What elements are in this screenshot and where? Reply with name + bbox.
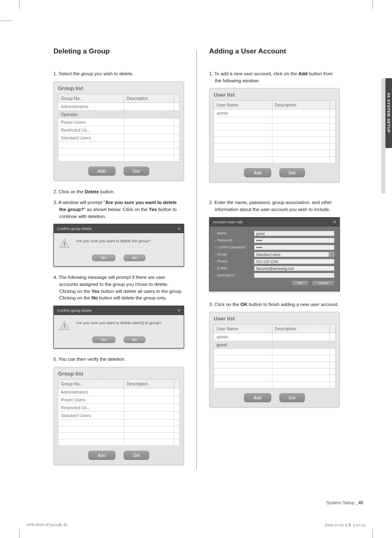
side-tab-bg xyxy=(381,78,385,193)
col-header: User Name xyxy=(214,325,272,333)
table-row[interactable]: admin xyxy=(214,109,335,117)
svg-rect-1 xyxy=(64,246,65,246)
panel-title: User list xyxy=(214,92,335,98)
chevron-down-icon[interactable]: ▾ xyxy=(329,252,334,257)
group-list-panel-after: Group list Group Na...Description Admini… xyxy=(53,367,184,465)
add-button[interactable]: Add xyxy=(244,168,271,177)
col-header xyxy=(330,101,335,109)
print-ts: 2008-07-03 오후 2:47:43 xyxy=(325,523,365,528)
table-row[interactable]: admin xyxy=(214,333,335,341)
del-button[interactable]: Del xyxy=(124,167,150,176)
heading-adding-user: Adding a User Account xyxy=(209,47,340,56)
bullet-icon: • xyxy=(214,246,215,249)
close-icon[interactable]: × xyxy=(178,308,180,313)
crop-mark xyxy=(372,0,373,9)
bullet-icon: • xyxy=(214,260,215,263)
form-row: •Phone011-123-1234 xyxy=(214,259,334,264)
form-row: •Description xyxy=(214,273,334,278)
crop-mark xyxy=(19,529,20,538)
dialog-message: Are you sure you want to delete the grou… xyxy=(76,238,151,243)
table-row xyxy=(214,375,335,382)
dialog-title-text: Confirm group delete xyxy=(57,227,92,231)
table-row xyxy=(214,369,335,375)
yes-button[interactable]: Yes xyxy=(92,336,115,343)
field-label: Password xyxy=(217,238,254,242)
table-row xyxy=(214,117,335,124)
svg-rect-0 xyxy=(64,242,65,245)
table-row[interactable]: Restricted Us... xyxy=(58,404,180,411)
table-row[interactable]: Power Users xyxy=(58,396,180,404)
del-button[interactable]: Del xyxy=(124,451,150,460)
side-tab-label: 05 SYSTEM SETUP xyxy=(385,78,392,148)
col-header: Group Na... xyxy=(58,379,124,388)
print-info: SPR-9816~9716.indb 45 2008-07-03 오후 2:47… xyxy=(27,523,365,528)
step: 3. Click on the OK button to finish addi… xyxy=(209,301,340,308)
close-icon[interactable]: × xyxy=(333,219,336,225)
cancel-button[interactable]: Cancel xyxy=(312,281,334,286)
bullet-icon: • xyxy=(214,274,215,277)
no-button[interactable]: No xyxy=(124,336,146,343)
add-button[interactable]: Add xyxy=(88,451,115,460)
text-input[interactable]: Security@samsung.com xyxy=(254,266,334,271)
field-label: Confirm password xyxy=(217,245,254,249)
bullet-icon: • xyxy=(214,267,215,270)
crop-mark xyxy=(372,529,373,538)
field-label: Group xyxy=(217,252,254,256)
text-input[interactable]: ••••• xyxy=(254,238,334,243)
col-header xyxy=(174,379,180,388)
warning-icon xyxy=(59,238,70,250)
table-row xyxy=(58,439,180,445)
table-row xyxy=(58,141,180,148)
field-label: Name xyxy=(217,231,254,235)
table-row xyxy=(214,130,335,137)
table-row xyxy=(214,124,335,130)
svg-rect-2 xyxy=(64,324,65,327)
ok-button[interactable]: OK xyxy=(292,281,309,286)
group-list-panel: Group list Group Na...Description Admini… xyxy=(53,81,184,181)
no-button[interactable]: No xyxy=(124,255,146,261)
form-row: •Password••••• xyxy=(214,238,334,243)
user-list-panel: User list User NameDescription admin Add xyxy=(209,88,340,183)
table-row[interactable]: Administrators xyxy=(58,102,180,110)
heading-deleting-group: Deleting a Group xyxy=(53,47,184,56)
dialog-title-text: Account User Add xyxy=(213,220,242,224)
panel-title: Group list xyxy=(58,371,180,377)
text-input[interactable]: 011-123-1234 xyxy=(254,259,334,264)
del-button[interactable]: Del xyxy=(279,168,305,177)
dialog-message: Are you sure you want to delete user(s) … xyxy=(76,320,161,325)
close-icon[interactable]: × xyxy=(178,226,180,232)
yes-button[interactable]: Yes xyxy=(92,255,115,261)
add-button[interactable]: Add xyxy=(244,393,271,402)
step: 1. Select the group you wish to delete. xyxy=(53,70,184,77)
text-input[interactable]: guest xyxy=(254,231,334,236)
table-row[interactable]: Operator xyxy=(58,110,180,118)
table-row[interactable]: Standard Users xyxy=(58,134,180,141)
col-header: User Name xyxy=(214,101,272,109)
table-row xyxy=(58,148,180,155)
text-input[interactable] xyxy=(254,273,334,278)
field-label: Description xyxy=(217,273,254,277)
warning-icon xyxy=(59,320,70,332)
form-row: •Nameguest xyxy=(214,231,334,236)
table-row xyxy=(214,349,335,355)
table-row xyxy=(58,155,180,161)
user-list-table: User NameDescription admin xyxy=(214,100,335,163)
table-row[interactable]: Administrators xyxy=(58,388,180,396)
col-header xyxy=(330,325,335,333)
table-row[interactable]: Standard Users xyxy=(58,411,180,419)
table-row xyxy=(214,137,335,144)
panel-title: User list xyxy=(214,315,335,322)
table-row[interactable]: Power Users xyxy=(58,118,180,126)
table-row[interactable]: Restricted Us... xyxy=(58,126,180,134)
text-input[interactable]: ••••• xyxy=(254,245,334,250)
table-row[interactable]: guest xyxy=(214,341,335,349)
table-row xyxy=(58,426,180,432)
account-user-add-dialog: Account User Add× •Nameguest•Password•••… xyxy=(209,217,340,291)
group-list-table: Group Na...Description Administrators Po… xyxy=(58,379,180,446)
step: 3. A window will prompt "Are you sure yo… xyxy=(53,199,184,220)
add-button[interactable]: Add xyxy=(88,167,115,176)
group-select[interactable]: Standard Users▾ xyxy=(254,252,334,257)
col-header: Description xyxy=(272,325,330,333)
form-row: •E-MailSecurity@samsung.com xyxy=(214,266,334,271)
del-button[interactable]: Del xyxy=(279,393,305,402)
